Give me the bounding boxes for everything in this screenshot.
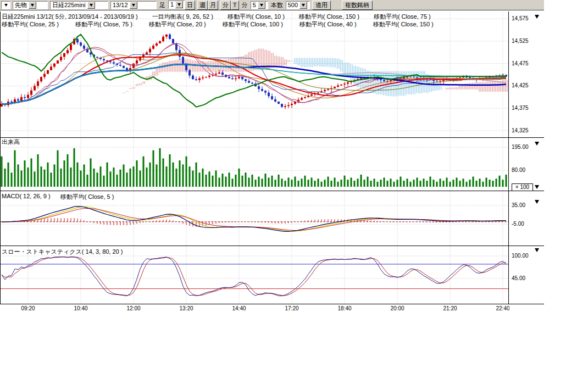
contract-month-value: 13/12 xyxy=(113,2,128,8)
timeframe-label: 足 xyxy=(159,1,166,9)
bars-count-dropdown[interactable]: 500 xyxy=(286,1,310,9)
period-button-week[interactable]: 週 xyxy=(197,1,208,10)
chevron-down-icon xyxy=(175,1,183,8)
triangle-down-icon xyxy=(535,15,539,19)
chevron-down-icon xyxy=(87,2,95,9)
volume-panel-title: 出来高 xyxy=(2,138,20,146)
triangle-down-icon xyxy=(535,142,539,146)
legend-item-ma25: 移動平均( Close, 25 ) xyxy=(2,20,59,29)
stoch-axis-label: 45.00 xyxy=(512,275,525,281)
stochastics-panel-menu-button[interactable] xyxy=(535,247,542,253)
time-axis-label: 12:00 xyxy=(124,305,143,311)
time-axis-label: 22:40 xyxy=(493,305,509,311)
minute-interval-dropdown[interactable]: 5 xyxy=(251,1,268,9)
chevron-down-icon xyxy=(29,2,36,9)
chevron-down-icon xyxy=(299,2,307,9)
time-axis-label: 14:40 xyxy=(230,305,248,311)
multiplier-menu-button[interactable] xyxy=(535,184,542,190)
period-button-day[interactable]: 日 xyxy=(185,1,195,10)
price-axis-label: 14,525 xyxy=(512,38,529,44)
stoch-axis-label: 100.00 xyxy=(512,253,529,259)
bars-count-value: 500 xyxy=(288,2,298,8)
symbol-select[interactable]: 日経225mini xyxy=(50,1,108,9)
macd-panel-title: MACD( 12, 26, 9 ) 移動平均( Close, 5 ) xyxy=(2,193,114,201)
chart-canvas[interactable] xyxy=(0,0,544,316)
minute-label: 分 xyxy=(241,1,248,9)
volume-multiplier-badge: × 100 xyxy=(512,183,533,191)
period-button-minute[interactable]: 分 xyxy=(220,1,231,10)
legend-item-ma75: 移動平均( Close, 75 ) xyxy=(374,13,431,21)
price-axis-label: 14,425 xyxy=(512,82,529,88)
price-axis-label: 14,375 xyxy=(512,105,529,111)
time-axis-label: 18:40 xyxy=(335,305,354,311)
interval-dropdown[interactable]: 1 xyxy=(168,1,185,9)
apply-button[interactable]: 適用 xyxy=(312,1,331,10)
multi-symbol-button[interactable]: 複数銘柄 xyxy=(342,1,373,10)
corner-dropdown[interactable] xyxy=(1,1,10,9)
legend-row-2: 移動平均( Close, 25 ) 移動平均( Close, 75 ) 移動平均… xyxy=(2,20,434,29)
time-axis-label: 20:00 xyxy=(388,305,407,311)
period-button-tick[interactable]: T xyxy=(231,1,239,10)
time-axis-label: 17:20 xyxy=(282,305,301,311)
price-axis-label: 14,475 xyxy=(512,60,529,66)
legend-item-chart-title: 日経225mini 13/12( 5分, 2013/09/14 - 2013/0… xyxy=(2,13,138,21)
legend-item-ma150-2: 移動平均( Close, 150 ) xyxy=(373,20,434,29)
macd-label: MACD( 12, 26, 9 ) xyxy=(2,193,51,201)
legend-item-ma40: 移動平均( Close, 40 ) xyxy=(299,20,357,29)
legend-item-ma150: 移動平均( Close, 150 ) xyxy=(299,13,359,21)
volume-panel-menu-button[interactable] xyxy=(535,141,542,147)
bars-label: 本数 xyxy=(270,1,284,9)
triangle-down-icon xyxy=(535,248,539,252)
interval-value: 1 xyxy=(170,1,174,8)
category-select[interactable]: 先物 xyxy=(13,1,48,9)
legend-item-ma75-2: 移動平均( Close, 75 ) xyxy=(75,20,132,29)
symbol-select-value: 日経225mini xyxy=(52,1,86,9)
time-axis-label: 10:40 xyxy=(71,305,90,311)
time-axis-label: 13:20 xyxy=(177,305,196,311)
legend-item-ichimoku: 一目均衡表( 9, 26, 52 ) xyxy=(152,13,213,21)
macd-ma-label: 移動平均( Close, 5 ) xyxy=(60,193,114,201)
chevron-down-icon xyxy=(4,4,8,7)
legend-item-ma20: 移動平均( Close, 20 ) xyxy=(149,20,206,29)
chart-application-window: 先物 日経225mini 13/12 足 1 日 週 月 分 T 分 xyxy=(0,0,544,316)
minute-interval-value: 5 xyxy=(253,2,256,8)
time-axis-label: 09:20 xyxy=(19,305,37,311)
time-axis: 09:2010:4012:0013:2014:4017:2018:4020:00… xyxy=(0,305,509,313)
chevron-down-icon xyxy=(258,2,265,9)
price-axis-label: 14,325 xyxy=(512,127,529,133)
contract-month-select[interactable]: 13/12 xyxy=(110,1,157,9)
legend-row-1: 日経225mini 13/12( 5分, 2013/09/14 - 2013/0… xyxy=(2,13,431,21)
legend-item-ma100: 移動平均( Close, 100 ) xyxy=(223,20,283,29)
main-panel-menu-button[interactable] xyxy=(535,14,542,20)
volume-axis-label: 195.00 xyxy=(512,144,529,150)
macd-panel-menu-button[interactable] xyxy=(535,199,542,205)
macd-axis-label: 35.00 xyxy=(512,202,525,208)
chevron-down-icon xyxy=(130,2,137,9)
period-button-month[interactable]: 月 xyxy=(208,1,218,10)
stochastics-panel-title: スロー・ストキャスティクス( 14, 3, 80, 20 ) xyxy=(2,248,123,256)
triangle-down-icon xyxy=(535,185,539,189)
triangle-down-icon xyxy=(535,200,539,204)
time-axis-label: 21:20 xyxy=(441,305,459,311)
legend-item-ma10: 移動平均( Close, 10 ) xyxy=(228,13,285,21)
toolbar: 先物 日経225mini 13/12 足 1 日 週 月 分 T 分 xyxy=(0,0,544,10)
price-axis-label: 14,575 xyxy=(512,15,529,21)
macd-axis-label: -5.00 xyxy=(512,221,524,227)
volume-axis-label: 80.00 xyxy=(512,167,525,173)
category-select-value: 先物 xyxy=(15,1,27,9)
